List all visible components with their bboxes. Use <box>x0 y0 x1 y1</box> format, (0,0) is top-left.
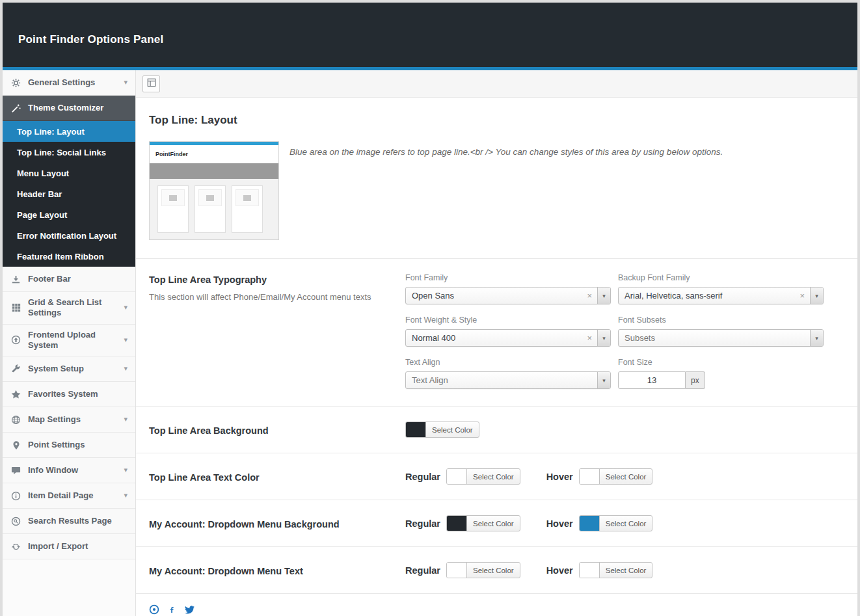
color-swatch <box>447 563 467 578</box>
section-description: This section will affect Phone/Email/My … <box>149 291 405 304</box>
text-color-controls: Regular Select Color Hover Select Color <box>405 468 652 485</box>
field-label: Font Family <box>405 273 611 282</box>
sidebar-subitem-featured-item-ribbon[interactable]: Featured Item Ribbon <box>3 246 135 267</box>
text-color-section: Top Line Area Text Color Regular Select … <box>136 453 857 500</box>
sidebar-item-search-results-page[interactable]: Search Results Page <box>3 509 135 534</box>
typography-section: Top Line Area Typography This section wi… <box>136 258 857 406</box>
text-align-select[interactable]: Text Align ▾ <box>405 371 611 389</box>
select-color-label: Select Color <box>600 516 652 531</box>
sidebar-item-favorites-system[interactable]: Favorites System <box>3 382 135 407</box>
refresh-icon <box>10 542 21 552</box>
dropdown-caret-button[interactable]: ▾ <box>810 288 823 304</box>
select-value: Normal 400 <box>406 333 582 343</box>
sidebar-item-frontend-upload-system[interactable]: Frontend Upload System ▾ <box>3 325 135 357</box>
section-heading: Top Line Area Text Color <box>149 472 405 483</box>
dropdown-caret-button[interactable]: ▾ <box>597 372 610 388</box>
dropdown-caret-button[interactable]: ▾ <box>597 330 610 346</box>
chevron-down-icon: ▾ <box>124 336 128 345</box>
text-color-section-label: Top Line Area Text Color <box>149 471 405 483</box>
globe-icon <box>10 415 21 425</box>
sidebar-item-general-settings[interactable]: General Settings ▾ <box>3 70 135 96</box>
caret-down-icon: ▾ <box>815 335 818 341</box>
sidebar-item-item-detail-page[interactable]: Item Detail Page ▾ <box>3 483 135 509</box>
select-color-button[interactable]: Select Color <box>405 422 479 438</box>
sidebar-subitem-top-line-social-links[interactable]: Top Line: Social Links <box>3 142 135 163</box>
sidebar-item-info-window[interactable]: Info Window ▾ <box>3 458 135 483</box>
sidebar-item-point-settings[interactable]: Point Settings <box>3 433 135 458</box>
sidebar-subitem-page-layout[interactable]: Page Layout <box>3 204 135 225</box>
sidebar-subitem-top-line-layout[interactable]: Top Line: Layout <box>3 121 135 142</box>
chevron-down-icon: ▾ <box>124 78 128 87</box>
regular-label: Regular <box>405 565 440 576</box>
section-heading: Top Line Area Background <box>149 425 405 436</box>
color-swatch <box>580 563 600 578</box>
account-menu-background-controls: Regular Select Color Hover Select Color <box>405 515 652 531</box>
sidebar-item-footer-bar[interactable]: Footer Bar <box>3 267 135 292</box>
sidebar-subitem-menu-layout[interactable]: Menu Layout <box>3 163 135 183</box>
font-subsets-select[interactable]: Subsets ▾ <box>618 329 824 347</box>
select-color-button-regular[interactable]: Select Color <box>446 515 520 531</box>
select-color-label: Select Color <box>467 516 520 531</box>
font-size-input[interactable] <box>618 371 686 389</box>
font-size-unit: px <box>686 371 705 389</box>
preview-note: Blue area on the image refers to top pag… <box>289 147 723 240</box>
hover-label: Hover <box>546 518 573 529</box>
select-color-label: Select Color <box>426 422 479 437</box>
chevron-down-icon: ▾ <box>124 364 128 373</box>
sidebar-item-theme-customizer[interactable]: Theme Customizer <box>3 96 135 121</box>
select-color-label: Select Color <box>467 469 520 484</box>
preview-thumbnail: PointFinder <box>149 141 279 240</box>
color-swatch <box>580 469 600 484</box>
sidebar-item-grid-search-list-settings[interactable]: Grid & Search List Settings ▾ <box>3 292 135 325</box>
dropdown-caret-button[interactable]: ▾ <box>597 288 610 304</box>
select-color-button-hover[interactable]: Select Color <box>579 562 653 578</box>
clear-icon[interactable]: × <box>794 291 810 301</box>
dropdown-caret-button[interactable]: ▾ <box>810 330 823 346</box>
font-size-field: Font Size px <box>618 358 824 389</box>
panel-toggle-button[interactable] <box>142 75 160 92</box>
twitter-icon[interactable] <box>184 605 195 615</box>
chevron-down-icon: ▾ <box>124 491 128 500</box>
sidebar-item-system-setup[interactable]: System Setup ▾ <box>3 356 135 382</box>
caret-down-icon: ▾ <box>602 293 606 299</box>
hover-label: Hover <box>546 472 573 482</box>
image-placeholder-icon <box>235 189 259 206</box>
typography-fields: Font Family Open Sans × ▾ Backup Font Fa… <box>405 273 824 389</box>
image-placeholder-icon <box>198 189 222 206</box>
header: Point Finder Options Panel <box>3 3 857 67</box>
select-color-button-regular[interactable]: Select Color <box>446 468 520 485</box>
select-color-button-hover[interactable]: Select Color <box>579 468 653 485</box>
sidebar-item-label: System Setup <box>28 364 117 374</box>
dribbble-icon[interactable] <box>149 604 159 615</box>
color-swatch <box>406 422 426 437</box>
sidebar-subitem-header-bar[interactable]: Header Bar <box>3 183 135 204</box>
image-placeholder-icon <box>161 189 185 206</box>
preview-card <box>157 185 189 233</box>
section-heading: My Account: Dropdown Menu Background <box>149 519 405 529</box>
clear-icon[interactable]: × <box>582 291 597 301</box>
content-area: Top Line: Layout PointFinder Blue area o… <box>136 70 857 616</box>
sidebar-item-import-export[interactable]: Import / Export <box>3 534 135 559</box>
font-weight-select[interactable]: Normal 400 × ▾ <box>405 329 611 347</box>
select-color-button-hover[interactable]: Select Color <box>579 515 653 531</box>
preview-cards <box>150 179 278 239</box>
backup-font-family-select[interactable]: Arial, Helvetica, sans-serif × ▾ <box>618 287 824 304</box>
select-value: Open Sans <box>406 291 582 301</box>
sidebar-item-label: Import / Export <box>28 541 128 552</box>
background-section-label: Top Line Area Background <box>149 424 405 436</box>
clear-icon[interactable]: × <box>582 333 597 343</box>
font-family-select[interactable]: Open Sans × ▾ <box>405 287 611 304</box>
font-subsets-field: Font Subsets Subsets ▾ <box>618 315 824 347</box>
preview-banner <box>150 163 278 179</box>
select-color-label: Select Color <box>467 563 520 578</box>
sidebar-subitem-error-notification-layout[interactable]: Error Notification Layout <box>3 225 135 246</box>
color-swatch <box>580 516 600 531</box>
select-color-button-regular[interactable]: Select Color <box>446 562 520 578</box>
regular-label: Regular <box>405 518 440 529</box>
facebook-icon[interactable] <box>168 604 175 615</box>
sidebar-item-map-settings[interactable]: Map Settings ▾ <box>3 407 135 433</box>
sidebar-item-label: Point Settings <box>28 440 128 450</box>
caret-down-icon: ▾ <box>602 335 606 341</box>
panel-toggle-icon <box>147 78 156 89</box>
text-align-field: Text Align Text Align ▾ <box>405 358 611 389</box>
